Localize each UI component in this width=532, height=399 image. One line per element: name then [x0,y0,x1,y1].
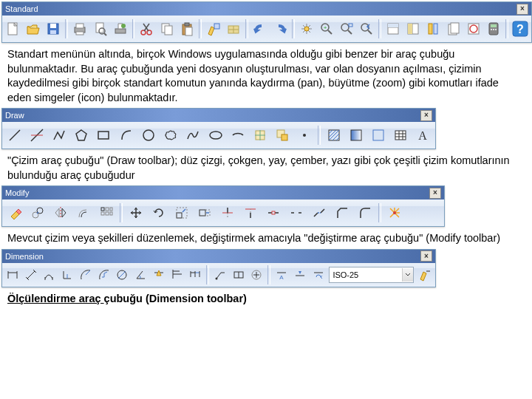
svg-rect-99 [272,211,275,214]
svg-line-33 [368,30,372,34]
scale-icon[interactable] [171,202,193,224]
break-icon[interactable] [285,202,307,224]
arc-icon[interactable] [115,124,137,146]
join-icon[interactable] [308,202,330,224]
center-mark-icon[interactable] [248,265,266,284]
explode-icon[interactable] [383,202,406,224]
offset-icon[interactable] [72,202,95,224]
zoom-previous-icon[interactable] [357,18,376,40]
properties-icon[interactable] [383,18,403,40]
publish-icon[interactable] [111,18,130,40]
copy-object-icon[interactable] [27,202,49,224]
spline-icon[interactable] [183,124,204,146]
dim-edit-icon[interactable]: A [273,265,290,284]
redo-icon[interactable] [270,18,290,40]
svg-rect-70 [351,130,361,140]
revision-cloud-icon[interactable] [160,124,182,146]
point-icon[interactable] [294,124,316,146]
construction-line-icon[interactable] [26,124,47,146]
mirror-icon[interactable] [50,202,72,224]
svg-rect-62 [282,134,287,140]
trim-icon[interactable] [216,202,239,224]
close-icon[interactable]: × [420,250,432,262]
dim-style-dropdown[interactable] [329,267,414,283]
svg-line-27 [328,30,332,34]
zoom-window-icon[interactable] [337,18,356,40]
match-properties-icon[interactable] [204,18,223,40]
svg-rect-48 [491,29,492,30]
design-center-icon[interactable] [403,18,423,40]
close-icon[interactable]: × [516,4,528,15]
sheet-set-icon[interactable] [443,18,463,40]
tolerance-icon[interactable] [230,265,248,284]
line-icon[interactable] [4,124,25,146]
open-file-icon[interactable] [24,18,43,40]
modify-titlebar: Modify × [2,186,444,200]
paste-icon[interactable] [177,18,197,40]
arc-length-icon[interactable] [41,265,58,284]
move-icon[interactable] [125,202,147,224]
baseline-dim-icon[interactable] [168,265,186,284]
mtext-icon[interactable]: A [412,124,434,146]
gradient-icon[interactable] [345,124,366,146]
svg-line-68 [332,134,339,140]
insert-block-icon[interactable] [249,124,270,146]
rotate-icon[interactable] [148,202,170,224]
draw-toolbar: Draw × A [1,108,436,149]
aligned-dim-icon[interactable] [22,265,40,284]
ellipse-icon[interactable] [205,124,226,146]
ellipse-arc-icon[interactable] [227,124,248,146]
polyline-icon[interactable] [48,124,69,146]
draw-title: Draw [5,111,24,120]
continue-dim-icon[interactable] [187,265,205,284]
svg-rect-40 [429,24,432,34]
diameter-dim-icon[interactable] [114,265,132,284]
hatch-icon[interactable] [323,124,344,146]
pan-icon[interactable] [297,18,316,40]
zoom-realtime-icon[interactable]: + [317,18,336,40]
print-icon[interactable] [70,18,89,40]
radius-dim-icon[interactable] [77,265,95,284]
copy-icon[interactable] [157,18,177,40]
region-icon[interactable] [367,124,389,146]
help-icon[interactable]: ? [511,18,530,40]
block-editor-icon[interactable] [224,18,243,40]
cut-icon[interactable] [137,18,156,40]
break-at-point-icon[interactable] [262,202,284,224]
extend-icon[interactable] [239,202,262,224]
rectangle-icon[interactable] [93,124,115,146]
markup-icon[interactable] [464,18,483,40]
angular-dim-icon[interactable] [132,265,149,284]
erase-icon[interactable] [4,202,26,224]
dim-style-input[interactable] [330,268,402,282]
linear-dim-icon[interactable] [4,265,21,284]
dim-text-edit-icon[interactable] [291,265,309,284]
new-file-icon[interactable] [4,18,23,40]
separator [245,19,248,38]
close-icon[interactable]: × [420,110,432,121]
tool-palettes-icon[interactable] [423,18,443,40]
dim-update-icon[interactable] [310,265,327,284]
undo-icon[interactable] [250,18,270,40]
close-icon[interactable]: × [429,188,441,199]
circle-icon[interactable] [137,124,159,146]
ordinate-dim-icon[interactable] [58,265,76,284]
quick-dim-icon[interactable] [150,265,168,284]
polygon-icon[interactable] [71,124,92,146]
svg-point-11 [121,24,126,28]
chamfer-icon[interactable] [331,202,353,224]
chevron-down-icon[interactable] [402,268,413,282]
array-icon[interactable] [95,202,117,224]
jogged-dim-icon[interactable] [95,265,113,284]
standard-icons: + ? [2,16,531,42]
svg-rect-71 [373,130,383,140]
make-block-icon[interactable] [272,124,293,146]
quick-leader-icon[interactable] [211,265,229,284]
calculator-icon[interactable] [484,18,503,40]
save-icon[interactable] [44,18,63,40]
dim-style-icon[interactable] [416,265,434,284]
stretch-icon[interactable] [194,202,216,224]
fillet-icon[interactable] [354,202,376,224]
print-preview-icon[interactable] [90,18,109,40]
table-icon[interactable] [390,124,412,146]
